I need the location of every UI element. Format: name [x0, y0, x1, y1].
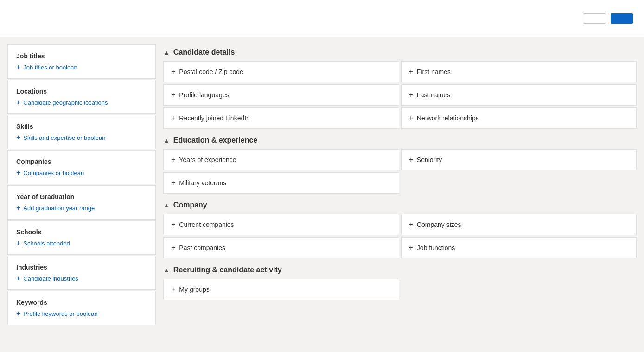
filter-label-my-groups: My groups — [179, 286, 209, 293]
plus-icon-skills: + — [16, 134, 20, 141]
section-block-recruiting-activity: ▲ Recruiting & candidate activity + My g… — [163, 262, 637, 300]
header — [0, 0, 644, 37]
section-title-candidate-details: Candidate details — [173, 48, 235, 57]
main-content: Job titles + Job titles or boolean Locat… — [0, 37, 644, 352]
filter-job-functions[interactable]: + Job functions — [401, 237, 637, 258]
filter-postal-code[interactable]: + Postal code / Zip code — [163, 61, 399, 82]
sidebar-add-schools[interactable]: + Schools attended — [16, 239, 147, 247]
filter-grid-candidate-details: + Postal code / Zip code + First names +… — [163, 61, 637, 129]
filter-military-veterans[interactable]: + Military veterans — [163, 172, 399, 194]
sidebar-title-locations: Locations — [16, 88, 147, 95]
filter-seniority[interactable]: + Seniority — [401, 149, 637, 170]
sidebar-add-job-titles[interactable]: + Job titles or boolean — [16, 63, 147, 71]
plus-icon-industries: + — [16, 275, 20, 282]
empty-cell — [401, 279, 637, 300]
plus-icon-job-functions: + — [409, 244, 413, 251]
plus-icon-seniority: + — [409, 156, 413, 163]
plus-icon-last-names: + — [409, 91, 413, 99]
sidebar-title-skills: Skills — [16, 123, 147, 130]
right-panel: ▲ Candidate details + Postal code / Zip … — [163, 44, 637, 345]
search-button[interactable] — [611, 13, 633, 24]
section-header-candidate-details: ▲ Candidate details — [163, 44, 637, 61]
sidebar-add-label-skills: Skills and expertise or boolean — [23, 134, 105, 141]
plus-icon-schools: + — [16, 239, 20, 247]
filter-label-postal-code: Postal code / Zip code — [179, 68, 243, 75]
sidebar-add-label-year-of-graduation: Add graduation year range — [23, 205, 95, 212]
plus-icon-current-companies: + — [171, 221, 175, 228]
section-title-education-experience: Education & experience — [173, 136, 257, 145]
sidebar-section-industries: Industries + Candidate industries — [7, 256, 156, 290]
plus-icon-postal-code: + — [171, 68, 175, 75]
filter-label-profile-languages: Profile languages — [179, 91, 229, 99]
filter-current-companies[interactable]: + Current companies — [163, 214, 399, 235]
sidebar-add-label-industries: Candidate industries — [23, 275, 78, 282]
plus-icon-companies: + — [16, 169, 20, 176]
filter-grid-education-experience: + Years of experience + Seniority + Mili… — [163, 149, 637, 194]
chevron-icon-education-experience: ▲ — [163, 137, 170, 144]
plus-icon-military-veterans: + — [171, 179, 175, 187]
chevron-icon-company: ▲ — [163, 201, 170, 209]
plus-icon-my-groups: + — [171, 286, 175, 293]
sidebar-title-industries: Industries — [16, 264, 147, 271]
left-panel: Job titles + Job titles or boolean Locat… — [7, 44, 156, 345]
sidebar-add-label-keywords: Profile keywords or boolean — [23, 310, 97, 317]
section-header-education-experience: ▲ Education & experience — [163, 132, 637, 149]
cancel-button[interactable] — [583, 13, 606, 24]
page-wrapper: Job titles + Job titles or boolean Locat… — [0, 0, 644, 352]
filter-my-groups[interactable]: + My groups — [163, 279, 399, 300]
section-block-candidate-details: ▲ Candidate details + Postal code / Zip … — [163, 44, 637, 129]
section-title-company: Company — [173, 201, 207, 209]
section-header-recruiting-activity: ▲ Recruiting & candidate activity — [163, 262, 637, 279]
filter-label-network-relationships: Network relationships — [417, 114, 479, 122]
sidebar-add-keywords[interactable]: + Profile keywords or boolean — [16, 310, 147, 317]
sidebar-section-schools: Schools + Schools attended — [7, 220, 156, 255]
sidebar-section-companies: Companies + Companies or boolean — [7, 150, 156, 184]
plus-icon-network-relationships: + — [409, 114, 413, 122]
filter-label-military-veterans: Military veterans — [179, 179, 226, 187]
sidebar-add-year-of-graduation[interactable]: + Add graduation year range — [16, 204, 147, 212]
plus-icon-profile-languages: + — [171, 91, 175, 99]
plus-icon-company-sizes: + — [409, 221, 413, 228]
filter-label-last-names: Last names — [417, 91, 450, 99]
section-block-education-experience: ▲ Education & experience + Years of expe… — [163, 132, 637, 194]
sidebar-title-schools: Schools — [16, 228, 147, 236]
filter-company-sizes[interactable]: + Company sizes — [401, 214, 637, 235]
plus-icon-years-of-experience: + — [171, 156, 175, 163]
sidebar-section-skills: Skills + Skills and expertise or boolean — [7, 115, 156, 149]
filter-last-names[interactable]: + Last names — [401, 84, 637, 106]
section-block-company: ▲ Company + Current companies + Company … — [163, 197, 637, 258]
filter-past-companies[interactable]: + Past companies — [163, 237, 399, 258]
plus-icon-past-companies: + — [171, 244, 175, 251]
sidebar-add-skills[interactable]: + Skills and expertise or boolean — [16, 134, 147, 141]
section-header-company: ▲ Company — [163, 197, 637, 214]
header-buttons — [583, 13, 633, 24]
plus-icon-year-of-graduation: + — [16, 204, 20, 212]
filter-first-names[interactable]: + First names — [401, 61, 637, 82]
filter-profile-languages[interactable]: + Profile languages — [163, 84, 399, 106]
sidebar-section-job-titles: Job titles + Job titles or boolean — [7, 44, 156, 79]
sidebar-section-locations: Locations + Candidate geographic locatio… — [7, 80, 156, 114]
chevron-icon-recruiting-activity: ▲ — [163, 266, 170, 274]
sidebar-add-label-schools: Schools attended — [23, 240, 70, 247]
empty-cell — [401, 172, 637, 194]
filter-label-years-of-experience: Years of experience — [179, 156, 236, 163]
filter-years-of-experience[interactable]: + Years of experience — [163, 149, 399, 170]
filter-recently-joined[interactable]: + Recently joined LinkedIn — [163, 107, 399, 129]
filter-grid-recruiting-activity: + My groups — [163, 279, 637, 300]
filter-label-first-names: First names — [417, 68, 451, 75]
filter-label-past-companies: Past companies — [179, 244, 225, 251]
filter-network-relationships[interactable]: + Network relationships — [401, 107, 637, 129]
sidebar-add-companies[interactable]: + Companies or boolean — [16, 169, 147, 176]
plus-icon-keywords: + — [16, 310, 20, 317]
sidebar-title-job-titles: Job titles — [16, 52, 147, 60]
sidebar-title-keywords: Keywords — [16, 299, 147, 306]
sidebar-add-industries[interactable]: + Candidate industries — [16, 275, 147, 282]
filter-label-recently-joined: Recently joined LinkedIn — [179, 114, 250, 122]
sidebar-add-label-companies: Companies or boolean — [23, 170, 84, 176]
sidebar-title-year-of-graduation: Year of Graduation — [16, 193, 147, 201]
filter-label-company-sizes: Company sizes — [417, 221, 461, 228]
sidebar-add-locations[interactable]: + Candidate geographic locations — [16, 99, 147, 106]
filter-grid-company: + Current companies + Company sizes + Pa… — [163, 214, 637, 258]
filter-label-current-companies: Current companies — [179, 221, 234, 228]
sidebar-section-year-of-graduation: Year of Graduation + Add graduation year… — [7, 185, 156, 220]
